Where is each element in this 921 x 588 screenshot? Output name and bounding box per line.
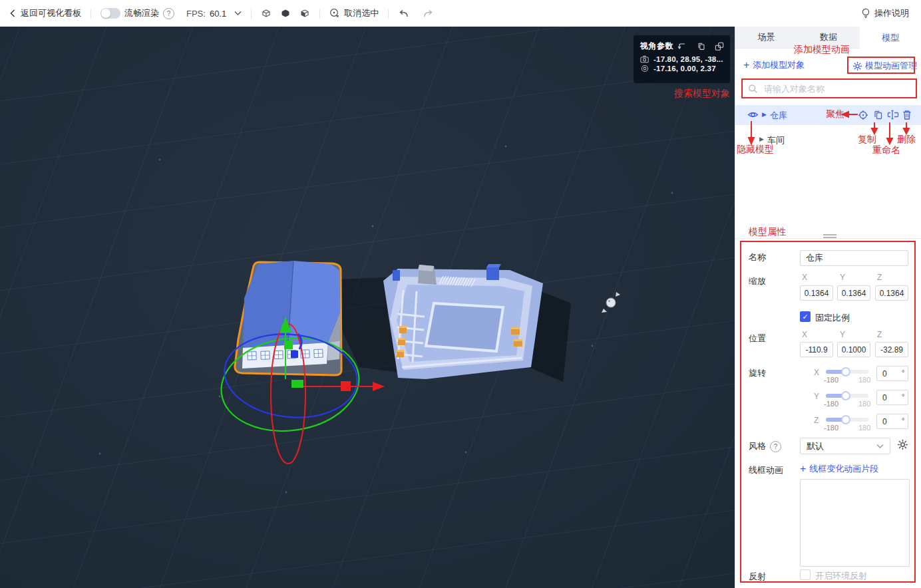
rotation-min-label: -180 (824, 400, 838, 408)
help-button[interactable]: 操作说明 (861, 7, 909, 19)
fps-value: 60.1 (210, 9, 226, 19)
cube-wireframe-icon[interactable] (261, 8, 272, 19)
name-input[interactable] (800, 250, 908, 266)
position-label: 位置 (749, 333, 766, 345)
add-model-object-button[interactable]: + 添加模型对象 (743, 59, 805, 71)
undo-icon[interactable] (398, 9, 409, 18)
gear-icon (852, 61, 862, 71)
reflection-checkbox[interactable] (800, 569, 811, 580)
plus-icon: + (743, 60, 749, 71)
separator (91, 9, 91, 19)
camera-target-value: -17.16, 0.00, 2.37 (653, 65, 716, 73)
top-toolbar: 返回可视化看板 流畅渲染 ? FPS: 60.1 取消选中 操作说明 (0, 0, 921, 27)
rotation-x-slider[interactable] (826, 370, 868, 374)
degree-unit: ° (902, 392, 904, 400)
fps-label: FPS: (186, 9, 206, 19)
rename-icon[interactable] (887, 110, 899, 120)
position-x-input[interactable] (800, 342, 833, 357)
target-icon (640, 65, 649, 73)
separator (251, 9, 252, 19)
rotation-z-slider[interactable] (826, 418, 868, 422)
tree-item-label[interactable]: 仓库 (770, 110, 787, 122)
add-model-object-label: 添加模型对象 (753, 59, 805, 71)
scale-z-input[interactable] (875, 285, 908, 301)
fps-dropdown[interactable]: FPS: 60.1 (186, 9, 242, 19)
annotation-hide-model: 隐藏模型 (737, 144, 774, 156)
degree-unit: ° (902, 416, 904, 424)
rotation-max-label: 180 (858, 376, 870, 384)
scale-x-axis-label: X (802, 273, 807, 282)
copy-icon[interactable] (873, 110, 883, 120)
style-settings-gear-icon[interactable] (897, 439, 908, 450)
style-select-value: 默认 (807, 440, 824, 452)
reset-view-icon[interactable] (677, 43, 686, 51)
check-icon: ✓ (802, 313, 808, 321)
deselect-button[interactable]: 取消选中 (329, 7, 379, 19)
position-z-input[interactable] (875, 342, 908, 357)
redo-icon[interactable] (423, 9, 434, 18)
wireframe-label: 线框动画 (749, 464, 783, 476)
model-anim-manage-button[interactable]: 模型动画管理 (852, 60, 917, 72)
help-question-icon[interactable]: ? (163, 8, 174, 19)
style-label: 风格 (749, 440, 766, 452)
style-select[interactable]: 默认 (800, 438, 890, 454)
deselect-icon (329, 8, 340, 19)
scale-x-input[interactable] (800, 285, 833, 301)
add-wireframe-anim-button[interactable]: + 线框变化动画片段 (800, 463, 878, 475)
position-z-axis-label: Z (877, 330, 882, 339)
gizmo-x-handle[interactable] (341, 381, 351, 391)
wireframe-anim-list (800, 479, 910, 567)
position-y-input[interactable] (837, 342, 870, 357)
cube-half-icon[interactable] (299, 8, 310, 19)
position-x-axis-label: X (802, 330, 807, 339)
back-button[interactable]: 返回可视化看板 (9, 7, 81, 19)
tab-scene[interactable]: 场景 (735, 27, 797, 49)
add-wireframe-anim-label: 线框变化动画片段 (809, 463, 878, 475)
divider-drag-handle[interactable] (823, 234, 836, 239)
scale-z-axis-label: Z (877, 273, 882, 282)
warehouse-model[interactable] (235, 261, 341, 375)
compare-view-icon[interactable] (715, 42, 724, 51)
fixed-ratio-label: 固定比例 (815, 312, 850, 324)
smooth-render-toggle[interactable] (100, 8, 120, 19)
rotation-label: 旋转 (749, 367, 766, 379)
caret-right-icon[interactable]: ▶ (759, 136, 764, 142)
slider-handle[interactable] (841, 391, 850, 400)
chevron-down-icon (234, 11, 242, 16)
tab-model[interactable]: 模型 (860, 27, 921, 49)
copy-params-icon[interactable] (697, 42, 706, 51)
annotation-rename: 重命名 (872, 144, 900, 156)
rotation-y-slider[interactable] (826, 394, 868, 398)
workshop-model[interactable] (383, 264, 543, 379)
scale-y-input[interactable] (837, 285, 870, 301)
reflection-option-label: 开启环境反射 (815, 570, 867, 582)
caret-right-icon[interactable]: ▶ (762, 111, 767, 118)
slider-handle[interactable] (841, 367, 850, 376)
gizmo-z-handle[interactable] (291, 351, 298, 358)
scale-y-axis-label: Y (840, 273, 845, 282)
separator (388, 9, 389, 19)
cube-solid-icon[interactable] (280, 8, 291, 19)
fixed-ratio-checkbox[interactable]: ✓ (800, 311, 811, 322)
slider-handle[interactable] (841, 415, 850, 424)
style-help-icon[interactable]: ? (770, 441, 781, 452)
camera-position-value: -17.80, 28.95, -38... (653, 55, 723, 63)
degree-unit: ° (902, 368, 904, 376)
plus-icon: + (800, 464, 806, 474)
back-label: 返回可视化看板 (21, 7, 81, 19)
help-label: 操作说明 (874, 7, 909, 19)
annotation-add-model-anim: 添加模型动画 (794, 44, 850, 56)
delete-icon[interactable] (902, 110, 912, 120)
search-input[interactable] (763, 83, 910, 94)
focus-icon[interactable] (858, 110, 868, 120)
gizmo-y-handle[interactable] (284, 341, 293, 349)
separator (319, 9, 320, 19)
annotation-search-model: 搜索模型对象 (674, 88, 730, 100)
camera-params-panel: 视角参数 -17.80, 28.95, -38... -17.16, 0.00,… (634, 35, 730, 83)
viewport-canvas[interactable] (0, 27, 735, 588)
annotation-model-props: 模型属性 (749, 226, 786, 238)
rotation-y-axis-label: Y (814, 392, 819, 401)
gizmo-origin-handle[interactable] (291, 380, 303, 388)
eye-icon[interactable] (747, 110, 759, 119)
deselect-label: 取消选中 (344, 7, 379, 19)
